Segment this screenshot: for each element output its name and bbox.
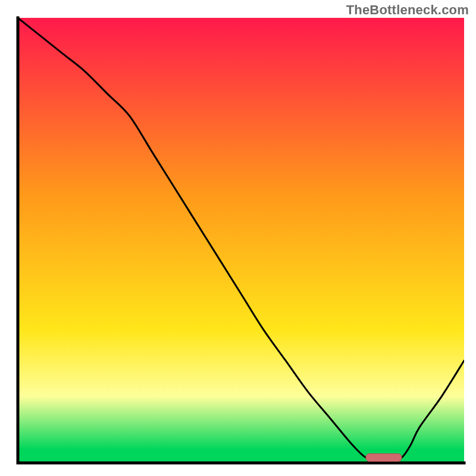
bottleneck-chart (0, 0, 476, 476)
watermark-text: TheBottleneck.com (346, 2, 469, 18)
gradient-background (18, 18, 464, 463)
optimal-range-marker (366, 454, 402, 462)
chart-frame: TheBottleneck.com (0, 0, 476, 476)
